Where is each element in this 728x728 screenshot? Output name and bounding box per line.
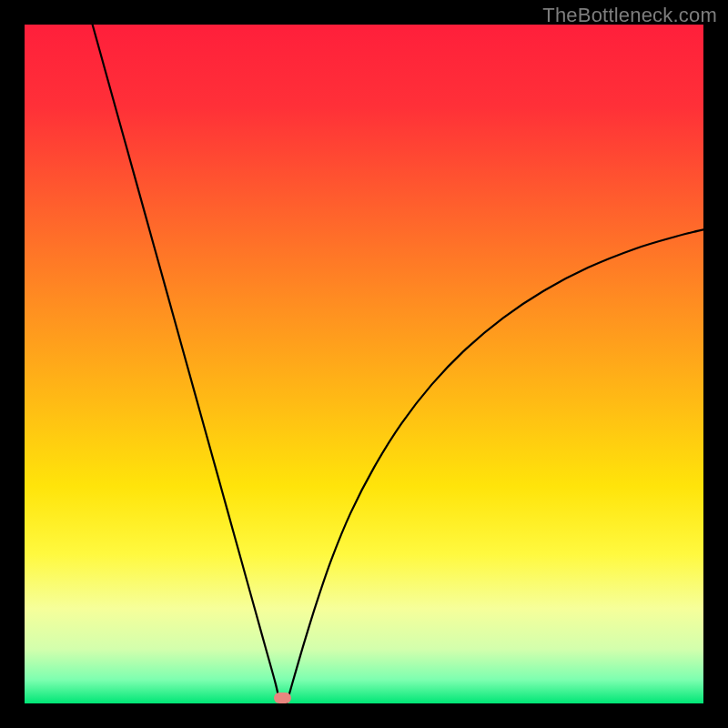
chart-frame: TheBottleneck.com <box>0 0 728 728</box>
plot-area <box>25 25 703 703</box>
gradient-background <box>25 25 703 703</box>
bottleneck-marker <box>274 693 291 703</box>
watermark-text: TheBottleneck.com <box>542 4 717 27</box>
chart-svg <box>25 25 703 703</box>
